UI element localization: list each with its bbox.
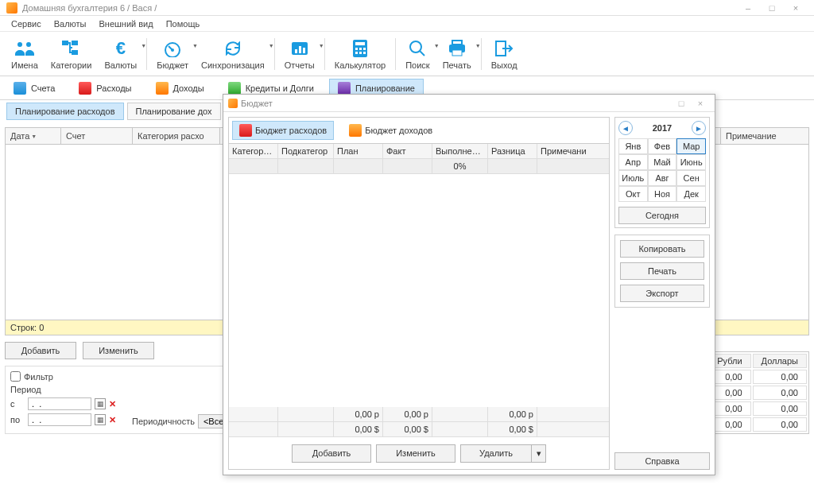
total-diff-rub: 0,00 р <box>488 407 537 421</box>
month-Сен[interactable]: Сен <box>676 170 706 186</box>
month-Фев[interactable]: Фев <box>648 138 677 154</box>
dialog-right-panel: ◄ 2017 ► ЯнвФевМарАпрМайИюньИюльАвгСенОк… <box>614 117 710 470</box>
svg-rect-8 <box>295 49 297 53</box>
bcol-done[interactable]: Выполнено, % <box>432 144 488 158</box>
tab-expenses[interactable]: Расходы <box>70 79 140 98</box>
bcol-plan[interactable]: План <box>334 144 383 158</box>
to-label: по <box>10 415 25 425</box>
chevron-down-icon: ▼ <box>141 43 146 48</box>
month-Июль[interactable]: Июль <box>618 170 648 186</box>
minimize-button[interactable]: – <box>736 0 760 16</box>
tool-names[interactable]: Имена <box>5 37 45 72</box>
dialog-close-button[interactable]: × <box>691 95 710 111</box>
tool-budget[interactable]: ▼ Бюджет <box>150 37 195 72</box>
separator <box>481 38 482 70</box>
month-Июнь[interactable]: Июнь <box>676 154 706 170</box>
tool-names-label: Имена <box>11 60 38 70</box>
month-Дек[interactable]: Дек <box>676 186 706 202</box>
menu-appearance[interactable]: Внешний вид <box>93 17 160 30</box>
calendar-widget: ◄ 2017 ► ЯнвФевМарАпрМайИюньИюльАвгСенОк… <box>614 117 710 228</box>
col-account[interactable]: Счет <box>61 128 133 144</box>
clear-date-icon[interactable]: ✕ <box>109 415 116 425</box>
tool-print[interactable]: ▼ Печать <box>436 37 478 72</box>
dialog-maximize-button[interactable]: □ <box>672 95 691 111</box>
tool-currencies[interactable]: € ▼ Валюты <box>98 37 143 72</box>
print-button[interactable]: Печать <box>620 262 704 280</box>
wallet-icon <box>14 82 26 95</box>
summary-cell: 0,00 <box>753 417 807 432</box>
tab-accounts-label: Счета <box>31 83 55 93</box>
svg-rect-3 <box>72 41 77 45</box>
prev-year-button[interactable]: ◄ <box>618 121 633 135</box>
tab-expenses-label: Расходы <box>96 83 131 93</box>
edit-button[interactable]: Изменить <box>83 342 154 359</box>
menu-help[interactable]: Помощь <box>160 17 207 30</box>
separator <box>146 38 147 70</box>
bcol-category[interactable]: Категори ▼ <box>229 144 278 158</box>
month-Апр[interactable]: Апр <box>618 154 648 170</box>
tool-search[interactable]: ▼ Поиск <box>399 37 436 72</box>
income-icon <box>349 124 362 137</box>
tool-exit[interactable]: Выход <box>485 37 524 72</box>
search-icon <box>407 38 428 59</box>
tab-accounts[interactable]: Счета <box>5 79 64 98</box>
export-button[interactable]: Экспорт <box>620 285 704 302</box>
periodicity-label: Периодичность <box>132 417 195 426</box>
tool-calculator[interactable]: Калькулятор <box>328 37 392 72</box>
month-Ноя[interactable]: Ноя <box>648 186 677 202</box>
budget-add-button[interactable]: Добавить <box>292 444 371 463</box>
today-button[interactable]: Сегодня <box>618 207 706 224</box>
tree-icon <box>61 38 82 59</box>
month-Мар[interactable]: Мар <box>676 138 706 154</box>
month-Янв[interactable]: Янв <box>618 138 648 154</box>
calendar-icon[interactable]: ▦ <box>95 398 106 409</box>
clear-date-icon[interactable]: ✕ <box>109 399 116 409</box>
from-label: с <box>10 399 25 409</box>
chevron-down-icon: ▼ <box>269 43 274 48</box>
close-button[interactable]: × <box>784 0 808 16</box>
help-button[interactable]: Справка <box>614 452 710 470</box>
subtab-plan-income[interactable]: Планирование дох <box>127 103 221 120</box>
date-to-input[interactable] <box>28 413 91 426</box>
sort-icon: ▼ <box>31 134 37 139</box>
col-date[interactable]: Дата▼ <box>6 128 61 144</box>
budget-expenses-tab[interactable]: Бюджет расходов <box>232 121 334 140</box>
filter-checkbox[interactable] <box>10 371 21 382</box>
bcol-note[interactable]: Примечани <box>537 144 609 158</box>
month-Авг[interactable]: Авг <box>648 170 677 186</box>
svg-rect-2 <box>63 41 68 45</box>
budget-dialog: Бюджет □ × Бюджет расходов Бюджет доходо… <box>223 94 715 475</box>
month-Май[interactable]: Май <box>648 154 677 170</box>
col-category[interactable]: Категория расхо <box>133 128 220 144</box>
tool-categories[interactable]: Категории <box>45 37 99 72</box>
tab-income-label: Доходы <box>173 83 204 93</box>
tool-sync[interactable]: ▼ Синхронизация <box>195 37 271 72</box>
date-from-input[interactable] <box>28 397 91 410</box>
budget-income-tab[interactable]: Бюджет доходов <box>342 121 440 140</box>
menu-currencies[interactable]: Валюты <box>48 17 93 30</box>
subtab-plan-expenses[interactable]: Планирование расходов <box>6 103 124 120</box>
bcol-fact[interactable]: Факт <box>383 144 432 158</box>
calculator-icon <box>350 38 370 59</box>
col-note[interactable]: Примечание <box>721 128 808 144</box>
tool-reports-label: Отчеты <box>285 60 315 70</box>
next-year-button[interactable]: ► <box>692 121 706 135</box>
calendar-icon[interactable]: ▦ <box>95 414 106 425</box>
total-diff-usd: 0,00 $ <box>488 422 537 436</box>
app-icon <box>6 2 17 14</box>
bcol-diff[interactable]: Разница <box>488 144 537 158</box>
budget-edit-button[interactable]: Изменить <box>376 444 455 463</box>
tool-search-label: Поиск <box>405 60 429 70</box>
delete-dropdown[interactable]: ▾ <box>532 444 546 463</box>
tab-income[interactable]: Доходы <box>147 79 213 98</box>
copy-button[interactable]: Копировать <box>620 240 704 258</box>
menu-service[interactable]: Сервис <box>5 17 48 30</box>
exit-icon <box>494 38 514 59</box>
maximize-button[interactable]: □ <box>760 0 784 16</box>
tool-reports[interactable]: ▼ Отчеты <box>278 37 321 72</box>
month-Окт[interactable]: Окт <box>618 186 648 202</box>
budget-grid-body[interactable] <box>229 174 609 407</box>
budget-delete-button[interactable]: Удалить <box>460 444 532 463</box>
bcol-subcategory[interactable]: Подкатегор <box>278 144 334 158</box>
add-button[interactable]: Добавить <box>5 342 76 359</box>
